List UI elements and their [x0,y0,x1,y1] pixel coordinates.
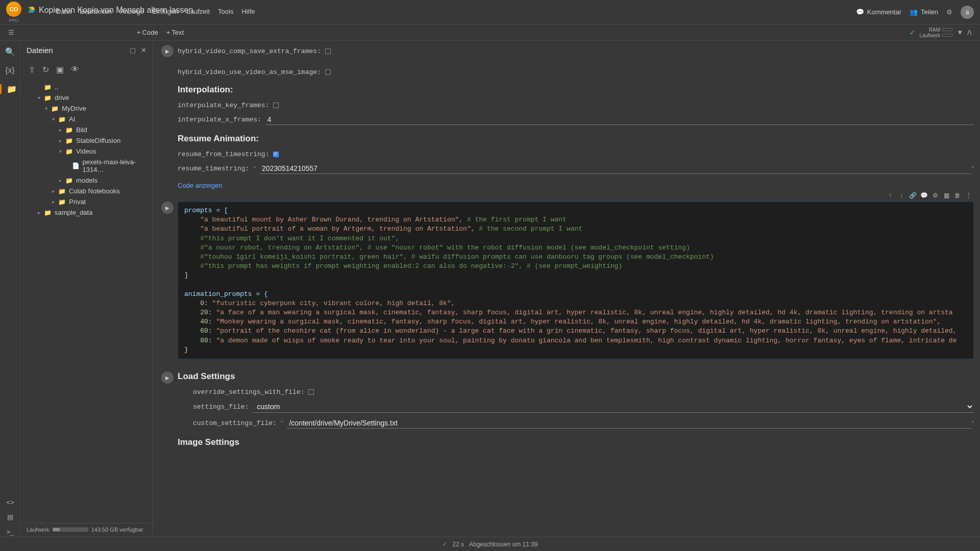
terminal-icon[interactable]: ▤ [7,513,13,521]
menu-einfuegen[interactable]: Einfügen [152,8,178,15]
tree-pexels-file[interactable]: 📄pexels-maxi-leiva-1314… [20,157,153,175]
custom-file-input[interactable] [287,418,971,429]
menu-tools[interactable]: Tools [218,8,233,15]
mirror-icon[interactable]: ▦ [942,191,951,200]
refresh-icon[interactable]: ↻ [42,65,49,74]
settings-file-select[interactable]: custom [253,401,974,413]
menu-bar: Datei Bearbeiten Anzeige Einfügen Laufze… [28,8,856,18]
chevron-up-icon[interactable]: ᐱ [967,29,972,36]
drive-icon [28,6,36,14]
link-icon[interactable]: 🔗 [908,191,917,200]
mount-drive-icon[interactable]: ▣ [56,65,64,74]
add-text-button[interactable]: +Text [166,29,184,36]
hybrid-mse-checkbox[interactable] [325,69,331,75]
disk-label: Laufwerk [920,33,941,38]
upload-icon[interactable]: ⇧ [29,65,35,74]
disk-footer-text: 143.50 GB verfügbar [91,527,143,533]
comment-icon: 💬 [856,8,864,16]
tree-colab[interactable]: ▸📁Colab Notebooks [20,186,153,196]
search-icon[interactable]: 🔍 [5,47,15,57]
shell-icon[interactable]: >_ [7,528,14,536]
delete-cell-icon[interactable]: 🗑 [953,191,962,200]
interp-key-checkbox[interactable] [273,103,279,108]
menu-hilfe[interactable]: Hilfe [241,8,255,15]
gear-icon[interactable]: ⚙ [946,8,952,16]
status-time: 22 s [452,541,464,548]
custom-file-label: custom_settings_file: [193,419,277,427]
resume-ts-label: resume_timestring: [178,165,249,172]
hybrid-save-checkbox[interactable] [325,48,331,54]
pro-badge: PRO [9,18,19,23]
resume-from-label: resume_from_timestring: [178,151,269,158]
tree-up[interactable]: 📁.. [20,82,153,92]
resume-ts-input[interactable] [260,163,971,174]
ram-label: RAM [929,27,940,33]
disk-usage-bar [53,528,88,532]
override-label: override_settings_with_file: [193,388,304,396]
run-code-button[interactable] [161,202,174,214]
avatar[interactable]: a [961,6,974,19]
kommentar-button[interactable]: 💬 Kommentar [856,8,901,16]
override-checkbox[interactable] [308,389,314,395]
code-brackets-icon[interactable]: <> [6,498,14,506]
comment-cell-icon[interactable]: 💬 [919,191,928,200]
status-check-icon: ✓ [442,541,447,548]
dropdown-icon[interactable]: ▼ [957,29,963,36]
interpolation-heading: Interpolation: [178,85,974,95]
files-icon[interactable]: 📁 [0,84,20,94]
tree-mydrive[interactable]: ▾📁MyDrive [20,103,153,114]
menu-laufzeit[interactable]: Laufzeit [187,8,210,15]
ram-bar [942,28,952,31]
image-heading: Image Settings [178,437,974,447]
menu-datei[interactable]: Datei [56,8,71,15]
tree-videos[interactable]: ▾📁Videos [20,146,153,157]
toc-icon[interactable]: ☰ [8,29,14,36]
add-code-button[interactable]: +Code [137,29,158,36]
disk-bar [942,34,952,37]
run-cell-button[interactable] [161,45,174,57]
tree-bild[interactable]: ▸📁Bild [20,124,153,135]
resume-heading: Resume Animation: [178,134,974,144]
hybrid-mse-label: hybrid_video_use_video_as_mse_image: [178,68,321,76]
variables-icon[interactable]: {x} [5,66,15,75]
menu-bearbeiten[interactable]: Bearbeiten [80,8,112,15]
teilen-button[interactable]: 👥 Teilen [910,8,938,16]
check-icon: ✓ [909,28,916,37]
settings-file-label: settings_file: [193,403,249,411]
resume-from-checkbox[interactable] [273,152,279,157]
settings-cell-icon[interactable]: ⚙ [930,191,940,200]
move-up-icon[interactable]: ↑ [886,191,895,200]
show-code-link[interactable]: Code anzeigen [178,182,974,189]
disk-footer-label: Laufwerk [27,527,50,533]
new-window-icon[interactable]: ▢ [130,46,136,54]
sidebar-title: Dateien [27,46,130,55]
run-load-button[interactable] [161,371,174,384]
close-icon[interactable]: ✕ [141,46,146,54]
hybrid-save-label: hybrid_video_comp_save_extra_frames: [178,47,321,55]
status-text: Abgeschlossen um 11:39 [469,541,538,548]
share-icon: 👥 [910,8,918,16]
colab-logo[interactable]: CO [6,2,21,17]
code-editor[interactable]: prompts = [ "a beautiful mount by Asher … [178,202,973,359]
tree-models[interactable]: ▸📁models [20,175,153,186]
tree-sample[interactable]: ▸📁sample_data [20,207,153,218]
move-down-icon[interactable]: ↓ [897,191,906,200]
interp-key-label: interpolate_key_frames: [178,102,269,109]
interp-x-input[interactable] [265,114,974,125]
tree-stablediffusion[interactable]: ▸📁StableDiffusion [20,135,153,146]
tree-ai[interactable]: ▾📁AI [20,114,153,124]
interp-x-label: interpolate_x_frames: [178,116,261,123]
tree-privat[interactable]: ▸📁Privat [20,196,153,207]
tree-drive[interactable]: ▾📁drive [20,92,153,103]
load-heading: Load Settings [178,371,974,382]
more-icon[interactable]: ⋮ [964,191,973,200]
menu-anzeige[interactable]: Anzeige [120,8,144,15]
hidden-files-icon[interactable]: 👁 [71,65,79,74]
file-tree: 📁.. ▾📁drive ▾📁MyDrive ▾📁AI ▸📁Bild ▸📁Stab… [20,80,153,523]
